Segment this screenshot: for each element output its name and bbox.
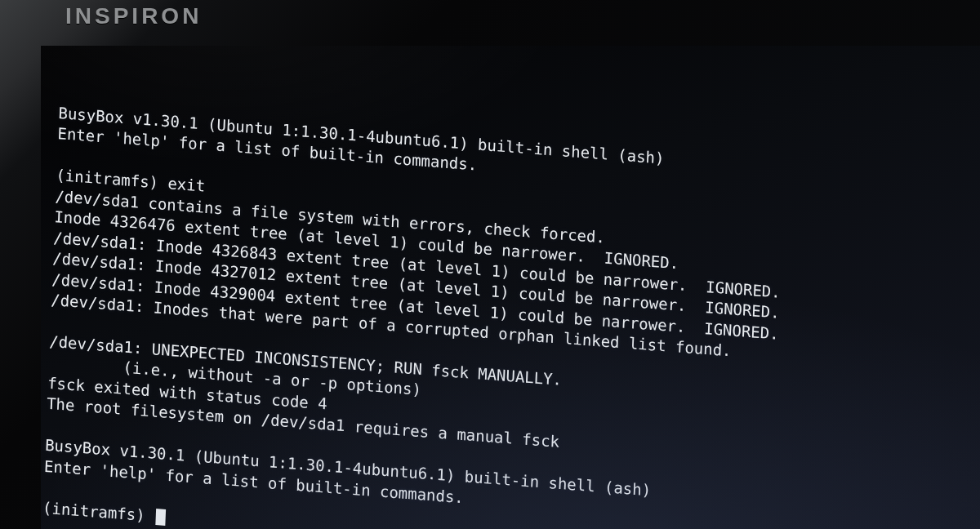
laptop-bezel: INSPIRON BusyBox v1.30.1 (Ubuntu 1:1.30.… <box>0 0 980 529</box>
cursor-icon <box>156 509 166 526</box>
screen-area: BusyBox v1.30.1 (Ubuntu 1:1.30.1-4ubuntu… <box>41 46 980 529</box>
terminal-output: BusyBox v1.30.1 (Ubuntu 1:1.30.1-4ubuntu… <box>43 104 781 506</box>
laptop-brand-label: INSPIRON <box>65 3 202 29</box>
terminal-prompt: (initramfs) <box>42 498 155 524</box>
terminal[interactable]: BusyBox v1.30.1 (Ubuntu 1:1.30.1-4ubuntu… <box>42 103 980 529</box>
